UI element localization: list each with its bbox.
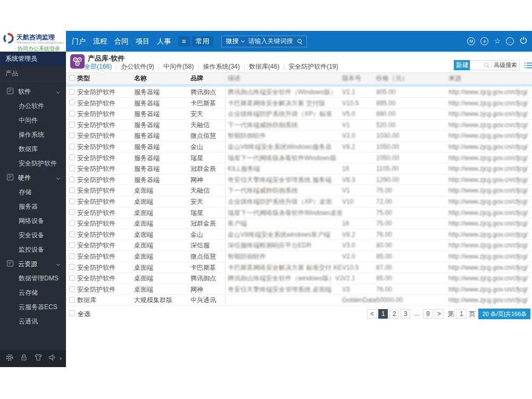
sidebar-item[interactable]: 数据库: [0, 142, 66, 156]
sidebar-item[interactable]: 服务器: [0, 200, 66, 214]
sidebar-group[interactable]: 硬件: [0, 171, 66, 185]
sidebar-item[interactable]: 存储: [0, 185, 66, 200]
nav-item[interactable]: 合同: [114, 37, 128, 46]
page-button[interactable]: 3: [401, 309, 410, 319]
menu-toggle-button[interactable]: ≡: [178, 36, 190, 46]
table-row[interactable]: 安全防护软件服务器端微点佰慧智能防御软件V2.01030.00http://ww…: [66, 130, 532, 142]
table-row[interactable]: 安全防护软件桌面端腾讯御点腾讯御点终端安全软件（windows版）V2.1V2.…: [66, 273, 532, 284]
row-checkbox[interactable]: [69, 209, 75, 215]
row-checkbox[interactable]: [69, 275, 75, 281]
sidebar-item[interactable]: 数据管理DMS: [0, 271, 66, 286]
sidebar-item[interactable]: 云通讯: [0, 314, 66, 329]
table-row[interactable]: 安全防护软件服务器端金山金山V8终端安全系统Windows服务器V8.21050…: [66, 142, 532, 153]
row-checkbox[interactable]: [69, 220, 75, 226]
sound-icon[interactable]: [48, 353, 57, 364]
row-checkbox[interactable]: [69, 253, 75, 259]
page-button[interactable]: 1: [378, 309, 388, 319]
page-size-badge[interactable]: 20 条/页|共166条: [478, 309, 530, 319]
row-checkbox[interactable]: [69, 198, 75, 204]
table-row[interactable]: 安全防护软件服务器端卡巴斯基卡巴斯基网络安全解决方案 交付版V10.5895.0…: [66, 98, 532, 109]
select-all[interactable]: 全选: [69, 310, 90, 319]
row-checkbox[interactable]: [69, 154, 75, 160]
sidebar-group[interactable]: 软件: [0, 85, 66, 99]
sidebar-section-product[interactable]: 产品: [0, 65, 66, 81]
theme-icon[interactable]: [34, 353, 43, 364]
collapse-chevron-icon[interactable]: [59, 357, 62, 360]
sidebar-item[interactable]: 中间件: [0, 113, 66, 128]
row-checkbox[interactable]: [69, 89, 75, 95]
table-row[interactable]: 安全防护软件桌面端安天企业级终端防护系统升级（XP）桌面V1072.00http…: [66, 196, 532, 207]
row-checkbox[interactable]: [69, 122, 75, 128]
advanced-search-button[interactable]: 高级搜索: [492, 61, 519, 69]
m-badge-icon[interactable]: M: [467, 37, 475, 45]
row-checkbox[interactable]: [69, 187, 75, 193]
tab[interactable]: 安全防护软件(19): [288, 62, 338, 71]
row-checkbox[interactable]: [69, 264, 75, 270]
power-icon[interactable]: [519, 36, 528, 47]
nav-item[interactable]: 流程: [93, 37, 107, 46]
message-icon[interactable]: e: [480, 37, 488, 45]
jump-page-input[interactable]: 1: [456, 309, 467, 319]
sidebar-item[interactable]: 云服务器ECS: [0, 300, 66, 314]
nav-item[interactable]: 门户: [72, 37, 86, 46]
sidebar-group[interactable]: 云资源: [0, 257, 66, 271]
table-row[interactable]: 安全防护软件服务器端安天企业级终端防护系统升级（XP）标准V5.0880.00h…: [66, 109, 532, 120]
row-checkbox[interactable]: [69, 242, 75, 248]
sidebar-item[interactable]: 云存储: [0, 286, 66, 300]
table-row[interactable]: 安全防护软件桌面端瑞星瑞星下一代网络版杀毒软件Windows桌面75.00htt…: [66, 207, 532, 219]
search-input[interactable]: 请输入关键词搜: [248, 37, 293, 46]
table-row[interactable]: 安全防护软件服务器端冠群金辰KILL服务端161105.00http://www…: [66, 163, 532, 174]
settings-icon[interactable]: [5, 353, 14, 364]
star-icon[interactable]: ☆: [494, 37, 501, 45]
nav-item[interactable]: 项目: [136, 37, 149, 46]
lock-icon[interactable]: [20, 353, 28, 364]
sidebar-item[interactable]: 操作系统: [0, 128, 66, 142]
row-checkbox[interactable]: [69, 111, 75, 117]
table-search-icon[interactable]: [484, 63, 489, 68]
sidebar-item[interactable]: 安全防护软件: [0, 156, 66, 171]
page-button[interactable]: <: [367, 309, 377, 319]
search-icon[interactable]: [297, 39, 302, 44]
tab[interactable]: 办公软件(9): [121, 62, 154, 71]
row-checkbox[interactable]: [69, 231, 75, 237]
row-checkbox[interactable]: [69, 144, 75, 149]
table-row[interactable]: 安全防护软件桌面端卡巴斯基卡巴斯基网络安全解决方案 标准交付 KESV10.58…: [66, 262, 532, 273]
select-all-footer-checkbox[interactable]: [69, 310, 75, 316]
table-row[interactable]: 安全防护软件服务器端网神奇安信天擎终端安全管理系统 服务端V8.31290.00…: [66, 174, 532, 186]
sidebar-item[interactable]: 监控设备: [0, 243, 66, 257]
global-search[interactable]: 微搜 请输入关键词搜: [221, 36, 307, 47]
table-row[interactable]: 安全防护软件服务器端瑞星瑞星下一代网络版杀毒软件Windows版1050.00h…: [66, 153, 532, 164]
table-row[interactable]: 安全防护软件桌面端深信服深信服终端检测响应平台EDRV3.080.00http:…: [66, 240, 532, 251]
row-checkbox[interactable]: [69, 286, 75, 292]
table-row[interactable]: 安全防护软件桌面端冠群金辰客户端1675.00http://www.zjcg.g…: [66, 218, 532, 229]
table-row[interactable]: 安全防护软件桌面端金山金山V8终端安全系统windows客户端V8.276.00…: [66, 229, 532, 240]
table-row[interactable]: 安全防护软件服务器端腾讯御点腾讯御点终端安全软件（Windows版）V2.180…: [66, 87, 532, 98]
nav-item[interactable]: 人事: [157, 37, 171, 46]
tab[interactable]: 操作系统(34): [203, 62, 239, 71]
sidebar-item[interactable]: 安全设备: [0, 228, 66, 243]
row-checkbox[interactable]: [69, 297, 75, 303]
search-scope-label[interactable]: 微搜: [226, 37, 239, 46]
select-all-checkbox[interactable]: [69, 75, 75, 81]
row-checkbox[interactable]: [69, 165, 75, 171]
list-view-icon[interactable]: [525, 61, 532, 71]
tab[interactable]: 全部(166): [84, 62, 112, 71]
row-checkbox[interactable]: [69, 177, 75, 182]
table-row[interactable]: 安全防护软件桌面端网神奇安信天擎终端安全管理系统 桌面端V376.00http:…: [66, 284, 532, 295]
more-icon[interactable]: …: [506, 37, 514, 45]
page-button[interactable]: >: [434, 309, 444, 319]
table-search-input[interactable]: [470, 61, 484, 70]
tab[interactable]: 中间件(58): [163, 62, 194, 71]
sidebar-item[interactable]: 办公软件: [0, 99, 66, 113]
table-row[interactable]: 数据库大规模集群版中兴通讯GoldenData s...50000.00http…: [66, 295, 532, 306]
page-button[interactable]: 9: [423, 309, 433, 319]
page-button[interactable]: ...: [412, 309, 421, 319]
table-row[interactable]: 安全防护软件桌面端微点佰慧智能防御软件V2.085.00http://www.z…: [66, 251, 532, 262]
new-button[interactable]: 新建: [454, 60, 471, 70]
sidebar-item[interactable]: 网络设备: [0, 214, 66, 228]
row-checkbox[interactable]: [69, 99, 75, 105]
row-checkbox[interactable]: [69, 132, 75, 138]
page-button[interactable]: 2: [389, 309, 399, 319]
table-row[interactable]: 安全防护软件服务器端天融信下一代终端威胁防御系统V1520.00http://w…: [66, 120, 532, 131]
table-row[interactable]: 安全防护软件桌面端天融信下一代终端威胁防御系统V175.00http://www…: [66, 185, 532, 196]
